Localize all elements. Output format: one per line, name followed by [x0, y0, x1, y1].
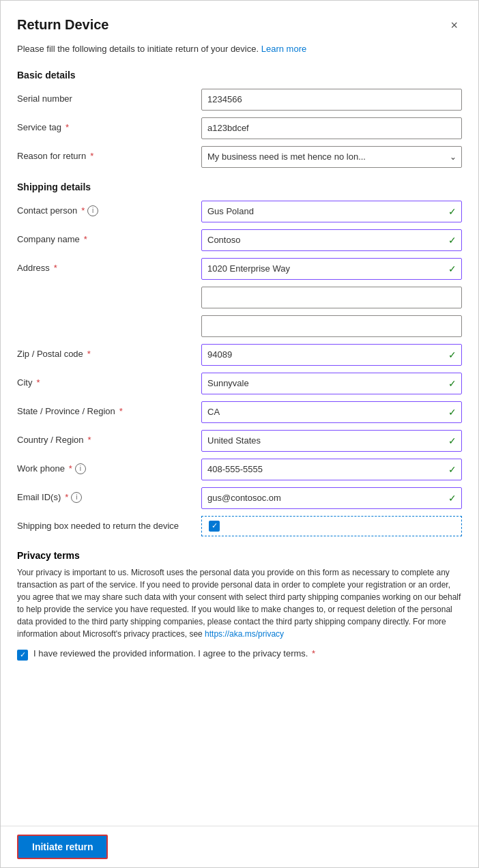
- service-tag-label: Service tag *: [17, 117, 201, 132]
- shipping-box-wrap: ✓: [201, 516, 462, 536]
- contact-person-info-icon[interactable]: i: [87, 205, 98, 216]
- intro-text: Please fill the following details to ini…: [17, 42, 462, 56]
- serial-number-input[interactable]: [201, 89, 462, 111]
- country-label: Country / Region *: [17, 430, 201, 445]
- initiate-return-button[interactable]: Initiate return: [17, 835, 108, 859]
- work-phone-input[interactable]: [201, 459, 462, 480]
- agree-checkbox[interactable]: ✓: [17, 650, 28, 661]
- address-label: Address *: [17, 258, 201, 273]
- shipping-details-section-title: Shipping details: [17, 182, 462, 192]
- contact-person-input[interactable]: [201, 201, 462, 222]
- privacy-link[interactable]: https://aka.ms/privacy: [205, 629, 284, 639]
- close-button[interactable]: ×: [446, 17, 462, 34]
- service-tag-input[interactable]: [201, 117, 462, 139]
- city-check-icon: ✓: [448, 378, 456, 389]
- address-line3-label: [17, 315, 201, 320]
- email-check-icon: ✓: [448, 493, 456, 504]
- address-line2-label: [17, 287, 201, 291]
- agree-label: I have reviewed the provided information…: [33, 648, 315, 659]
- address-line1-input[interactable]: [201, 258, 462, 280]
- reason-required: *: [90, 151, 93, 161]
- work-phone-info-icon[interactable]: i: [75, 463, 86, 474]
- state-check-icon: ✓: [448, 407, 456, 418]
- company-name-label: Company name *: [17, 229, 201, 244]
- address-line2-input[interactable]: [201, 287, 462, 308]
- basic-details-section-title: Basic details: [17, 70, 462, 81]
- privacy-section-title: Privacy terms: [17, 550, 462, 561]
- email-input[interactable]: [201, 487, 462, 509]
- zip-check-icon: ✓: [448, 349, 456, 360]
- company-name-required: *: [84, 234, 87, 244]
- dialog-title: Return Device: [17, 17, 109, 33]
- email-label: Email ID(s) * i: [17, 487, 201, 503]
- company-name-check-icon: ✓: [448, 235, 456, 246]
- address-line3-input[interactable]: [201, 315, 462, 337]
- serial-number-label: Serial number: [17, 89, 201, 104]
- state-label: State / Province / Region *: [17, 401, 201, 416]
- state-input[interactable]: [201, 401, 462, 423]
- contact-person-required: *: [81, 205, 85, 216]
- reason-label: Reason for return *: [17, 146, 201, 161]
- learn-more-link[interactable]: Learn more: [261, 44, 306, 54]
- address-required: *: [54, 263, 57, 273]
- shipping-box-label: Shipping box needed to return the device: [17, 521, 201, 531]
- privacy-text: Your privacy is important to us. Microso…: [17, 566, 462, 640]
- city-label: City *: [17, 373, 201, 388]
- zip-required: *: [87, 349, 91, 359]
- company-name-input[interactable]: [201, 229, 462, 251]
- agree-required: *: [312, 648, 315, 659]
- email-info-icon[interactable]: i: [71, 492, 82, 503]
- work-phone-check-icon: ✓: [448, 464, 456, 475]
- zip-input[interactable]: [201, 344, 462, 366]
- city-required: *: [36, 377, 40, 388]
- country-input[interactable]: [201, 430, 462, 452]
- address-line1-check-icon: ✓: [448, 263, 456, 274]
- city-input[interactable]: [201, 373, 462, 394]
- reason-dropdown[interactable]: My business need is met hence no lon...: [201, 146, 462, 168]
- service-tag-required: *: [66, 122, 69, 132]
- country-check-icon: ✓: [448, 435, 456, 446]
- country-required: *: [88, 435, 91, 445]
- contact-person-label: Contact person * i: [17, 201, 201, 216]
- work-phone-required: *: [69, 463, 72, 474]
- email-required: *: [65, 492, 68, 502]
- work-phone-label: Work phone * i: [17, 459, 201, 474]
- state-required: *: [119, 406, 123, 416]
- dialog-footer: Initiate return: [1, 826, 478, 867]
- shipping-box-checkbox[interactable]: ✓: [209, 521, 220, 532]
- zip-label: Zip / Postal code *: [17, 344, 201, 359]
- contact-person-check-icon: ✓: [448, 206, 456, 217]
